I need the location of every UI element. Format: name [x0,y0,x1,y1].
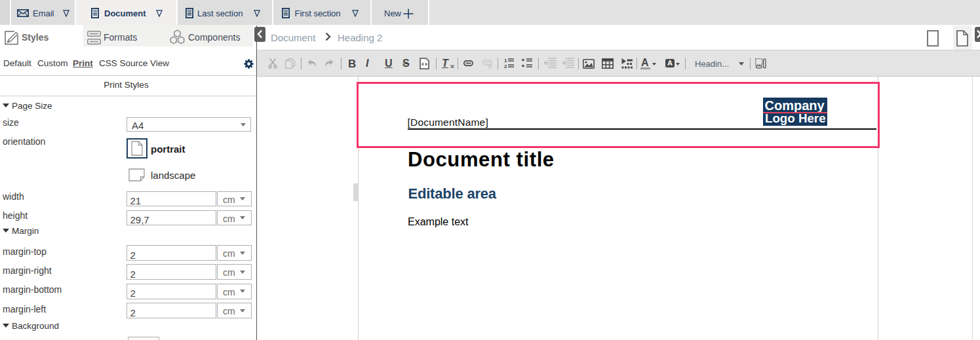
svg-text:2: 2 [504,64,507,69]
svg-text:1: 1 [504,58,507,64]
